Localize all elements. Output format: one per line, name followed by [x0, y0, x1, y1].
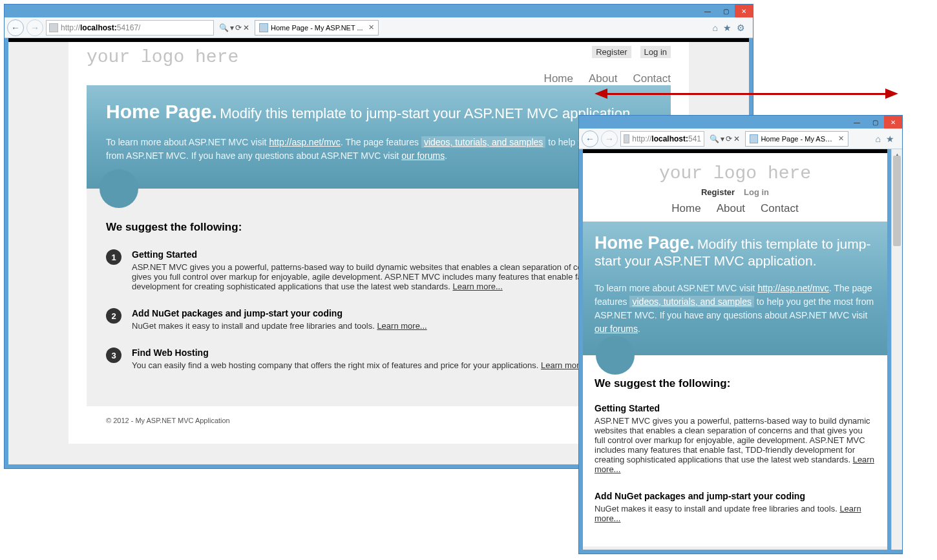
register-link[interactable]: Register [592, 46, 631, 58]
home-icon[interactable]: ⌂ [876, 134, 881, 144]
item-body: You can easily find a web hosting compan… [132, 360, 591, 370]
login-link[interactable]: Log in [640, 46, 671, 58]
item-title: Getting Started [132, 249, 651, 260]
register-link[interactable]: Register [701, 187, 735, 197]
url-scheme: http:// [632, 134, 651, 143]
window-maximize-button[interactable]: ▢ [866, 116, 884, 129]
hero-text-d: . [445, 150, 447, 161]
address-bar[interactable]: http:// localhost: 54167/ [46, 20, 214, 36]
forward-button[interactable]: → [26, 19, 43, 36]
hero-link-mvc[interactable]: http://asp.net/mvc [757, 283, 829, 293]
hero-subtitle: Modify this template to jump-start your … [220, 105, 634, 121]
item-number-badge: 2 [106, 308, 121, 324]
hero-title: Home Page. [106, 101, 217, 122]
vertical-scrollbar[interactable]: ▲ [891, 149, 902, 550]
page-viewport: your logo here Register Log in Home Abou… [583, 149, 887, 550]
login-link[interactable]: Log in [744, 187, 769, 197]
tab-title: Home Page - My ASP.... [761, 135, 833, 143]
suggestions-section: We suggest the following: 1 Getting Star… [583, 355, 887, 546]
dropdown-icon[interactable]: ▾ [721, 134, 724, 143]
hero-text-b: . The page features [341, 137, 419, 147]
hero-link-forums[interactable]: our forums [595, 324, 638, 334]
item-number-badge: 1 [106, 249, 121, 265]
favorites-icon[interactable]: ★ [886, 134, 894, 144]
url-port: 541 [688, 134, 701, 143]
site-favicon-icon [624, 134, 629, 143]
address-bar[interactable]: http:// localhost: 541 [620, 131, 704, 147]
stop-icon[interactable]: ✕ [733, 134, 740, 143]
hero-title: Home Page. [595, 233, 695, 253]
hero-link-videos[interactable]: videos, tutorials, and samples [421, 136, 545, 148]
tab-favicon-icon [750, 134, 758, 143]
nav-home[interactable]: Home [671, 202, 700, 215]
url-scheme: http:// [61, 23, 80, 32]
forward-button[interactable]: → [601, 130, 618, 147]
hero-decoration-icon [100, 169, 138, 208]
list-item: 2 Add NuGet packages and jump-start your… [106, 308, 651, 331]
learn-more-link[interactable]: Learn more... [452, 282, 502, 291]
browser-tab[interactable]: Home Page - My ASP.... ✕ [745, 131, 848, 147]
hero-link-forums[interactable]: our forums [401, 150, 445, 161]
nav-contact[interactable]: Contact [761, 202, 799, 215]
learn-more-link[interactable]: Learn more... [377, 321, 426, 331]
titlebar: — ▢ ✕ [579, 116, 902, 129]
window-maximize-button[interactable]: ▢ [717, 5, 735, 17]
nav-about[interactable]: About [589, 72, 617, 85]
nav-about[interactable]: About [717, 202, 745, 215]
page-body: your logo here Register Log in Home Abou… [583, 153, 887, 546]
favorites-icon[interactable]: ★ [723, 23, 732, 33]
refresh-icon[interactable]: ⟳ [726, 134, 732, 143]
titlebar: — ▢ ✕ [5, 5, 753, 17]
close-tab-icon[interactable]: ✕ [836, 134, 844, 143]
back-button[interactable]: ← [582, 130, 598, 147]
nav-contact[interactable]: Contact [633, 72, 671, 85]
arrow-line [607, 93, 885, 95]
window-minimize-button[interactable]: — [848, 116, 866, 129]
hero-text-a: To learn more about ASP.NET MVC visit [106, 137, 266, 147]
nav-home[interactable]: Home [544, 72, 573, 85]
browser-tab[interactable]: Home Page - My ASP.NET ... ✕ [255, 20, 379, 36]
close-tab-icon[interactable]: ✕ [366, 23, 374, 32]
site-logo: your logo here [87, 47, 671, 67]
item-title: Find Web Hosting [132, 347, 591, 358]
url-host: localhost: [80, 23, 117, 32]
main-nav: Home About Contact [589, 202, 881, 215]
arrow-left-head-icon [595, 88, 607, 99]
tab-title: Home Page - My ASP.NET ... [271, 24, 363, 32]
item-title: Add NuGet packages and jump-start your c… [132, 308, 427, 318]
hero-paragraph: To learn more about ASP.NET MVC visit ht… [106, 136, 651, 163]
search-icon[interactable]: 🔍 [710, 134, 719, 143]
auth-links: Register Log in [589, 187, 881, 197]
item-title: Getting Started [595, 403, 876, 413]
suggestions-heading: We suggest the following: [595, 377, 876, 390]
window-close-button[interactable]: ✕ [884, 116, 902, 129]
resize-annotation-arrow [595, 92, 898, 96]
url-port: 54167/ [117, 23, 141, 32]
stop-icon[interactable]: ✕ [243, 23, 249, 32]
browser-toolbar: ← → http:// localhost: 54167/ 🔍 ▾ ⟳ ✕ Ho… [5, 17, 753, 38]
back-button[interactable]: ← [7, 19, 24, 36]
auth-links: Register Log in [592, 46, 671, 58]
item-body-text: You can easily find a web hosting compan… [132, 360, 538, 370]
item-body-text: NuGet makes it easy to install and updat… [595, 504, 837, 513]
dropdown-icon[interactable]: ▾ [230, 23, 234, 32]
hero-link-videos[interactable]: videos, tutorials, and samples [629, 296, 753, 307]
browser-window-narrow: — ▢ ✕ ← → http:// localhost: 541 🔍 ▾ ⟳ ✕… [578, 115, 903, 554]
hero-text-d: . [638, 324, 640, 334]
arrow-right-head-icon [885, 88, 898, 99]
hero-link-mvc[interactable]: http://asp.net/mvc [269, 137, 341, 147]
search-icon[interactable]: 🔍 [219, 23, 229, 32]
list-item: 1 Getting Started ASP.NET MVC gives you … [106, 249, 651, 291]
address-bar-controls: 🔍 ▾ ⟳ ✕ [707, 134, 742, 143]
hero-text-a: To learn more about ASP.NET MVC visit [595, 283, 755, 293]
url-host: localhost: [651, 134, 688, 143]
item-body-text: ASP.NET MVC gives you a powerful, patter… [132, 262, 640, 291]
home-icon[interactable]: ⌂ [713, 23, 718, 33]
site-logo: your logo here [589, 163, 881, 183]
list-item: 1 Getting Started ASP.NET MVC gives you … [595, 403, 876, 474]
window-close-button[interactable]: ✕ [735, 5, 753, 17]
window-minimize-button[interactable]: — [699, 5, 717, 17]
refresh-icon[interactable]: ⟳ [235, 23, 242, 32]
settings-icon[interactable]: ⚙ [737, 23, 745, 33]
scrollbar-thumb[interactable] [893, 156, 901, 246]
